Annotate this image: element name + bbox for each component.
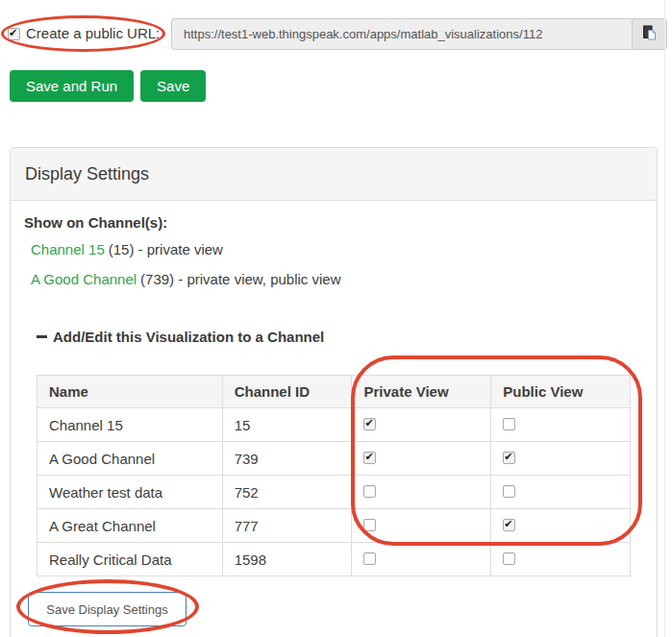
- channel-name-cell: A Great Channel: [37, 509, 223, 543]
- channel-link[interactable]: Channel 15: [31, 241, 105, 257]
- channel-name-cell: Channel 15: [37, 408, 223, 442]
- public-view-checkbox[interactable]: [503, 452, 515, 464]
- channel-name-cell: A Good Channel: [37, 442, 223, 476]
- public-url-input-group: [171, 18, 667, 50]
- action-buttons: Save and Run Save: [10, 70, 206, 102]
- save-display-settings-button[interactable]: Save Display Settings: [28, 592, 187, 626]
- add-edit-visualization-toggle[interactable]: Add/Edit this Visualization to a Channel: [37, 329, 324, 345]
- private-view-checkbox[interactable]: [363, 485, 376, 498]
- channel-name-cell: Weather test data: [37, 476, 223, 509]
- save-button[interactable]: Save: [140, 70, 206, 102]
- table-row: A Great Channel 777: [37, 509, 631, 543]
- shown-channel-line: Channel 15(15) - private view: [31, 241, 223, 257]
- panel-title: Display Settings: [11, 148, 657, 201]
- save-and-run-button[interactable]: Save and Run: [10, 70, 134, 102]
- copy-url-button[interactable]: [632, 18, 667, 50]
- channel-view-detail: (15) - private view: [109, 241, 223, 257]
- matlab-visualization-settings-page: Create a public URL: Save and Run Save D…: [0, 0, 672, 637]
- table-row: Really Critical Data 1598: [37, 543, 631, 576]
- table-header-row: Name Channel ID Private View Public View: [37, 376, 631, 408]
- column-header-private-view: Private View: [352, 376, 491, 408]
- channel-id-cell: 1598: [222, 543, 352, 576]
- public-url-input[interactable]: [171, 18, 632, 50]
- table-row: Channel 15 15: [37, 408, 631, 442]
- add-edit-visualization-label: Add/Edit this Visualization to a Channel: [53, 329, 324, 345]
- private-view-checkbox[interactable]: [363, 519, 376, 531]
- channel-view-detail: (739) - private view, public view: [140, 271, 340, 287]
- public-view-checkbox[interactable]: [503, 418, 515, 430]
- show-on-channels-label: Show on Channel(s):: [24, 214, 167, 231]
- table-row: A Good Channel 739: [37, 442, 631, 476]
- minus-icon: [37, 335, 47, 338]
- window-edge-line: [664, 0, 665, 637]
- public-view-checkbox[interactable]: [503, 519, 515, 531]
- table-row: Weather test data 752: [37, 476, 631, 509]
- column-header-name: Name: [37, 376, 223, 408]
- display-settings-panel: Display Settings Show on Channel(s): Cha…: [10, 147, 658, 637]
- channel-id-cell: 752: [222, 476, 352, 509]
- channel-id-cell: 739: [222, 442, 352, 476]
- channels-table: Name Channel ID Private View Public View…: [37, 375, 631, 576]
- copy-to-clipboard-icon: [642, 25, 658, 44]
- public-view-checkbox[interactable]: [503, 552, 515, 565]
- channel-name-cell: Really Critical Data: [37, 543, 223, 576]
- create-public-url-label: Create a public URL:: [26, 25, 160, 41]
- column-header-channel-id: Channel ID: [222, 376, 352, 408]
- private-view-checkbox[interactable]: [363, 418, 376, 430]
- create-public-url-checkbox[interactable]: [8, 28, 20, 40]
- channel-link[interactable]: A Good Channel: [31, 271, 137, 287]
- public-view-checkbox[interactable]: [503, 485, 515, 498]
- channel-id-cell: 15: [222, 408, 352, 442]
- column-header-public-view: Public View: [491, 376, 631, 408]
- channel-id-cell: 777: [222, 509, 352, 543]
- shown-channel-line: A Good Channel(739) - private view, publ…: [31, 271, 341, 287]
- private-view-checkbox[interactable]: [363, 552, 376, 565]
- private-view-checkbox[interactable]: [363, 452, 376, 464]
